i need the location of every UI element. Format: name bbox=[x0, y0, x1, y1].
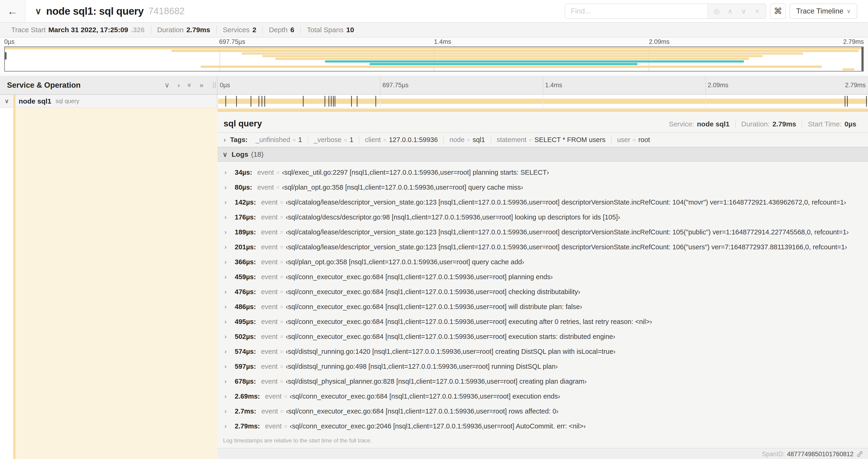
log-row[interactable]: › 597µs: event = ‹sql/distsql_running.go… bbox=[217, 359, 868, 374]
log-row[interactable]: › 502µs: event = ‹sql/conn_executor_exec… bbox=[217, 329, 868, 344]
log-timestamp: 476µs: bbox=[235, 288, 256, 296]
log-message: ‹sql/distsql_running.go:498 [nsql1,clien… bbox=[286, 363, 558, 370]
log-marker-tick bbox=[335, 96, 335, 107]
log-timestamp: 486µs: bbox=[235, 303, 256, 311]
meta-label: Duration: bbox=[741, 120, 770, 128]
minimap-viewport-handle-right[interactable] bbox=[862, 47, 863, 71]
log-message: ‹sql/plan_opt.go:358 [nsql1,client=127.0… bbox=[282, 184, 523, 191]
log-row[interactable]: › 2.7ms: event = ‹sql/conn_executor_exec… bbox=[217, 404, 868, 419]
find-input[interactable] bbox=[565, 4, 708, 19]
equals-sign: = bbox=[276, 169, 280, 176]
log-row[interactable]: › 189µs: event = ‹sql/catalog/lease/desc… bbox=[217, 225, 868, 239]
chevron-right-icon: › bbox=[224, 348, 235, 355]
collapse-all-button[interactable]: » bbox=[188, 81, 192, 89]
keyboard-shortcuts-button[interactable]: ⌘ bbox=[770, 3, 786, 19]
crosshair-icon: ◎ bbox=[714, 7, 720, 15]
tags-label: Tags: bbox=[230, 136, 248, 144]
log-message: ‹sql/catalog/lease/descriptor_version_st… bbox=[286, 198, 846, 206]
timeline-gridline bbox=[543, 95, 543, 107]
title-collapse-chevron-icon[interactable]: ∨ bbox=[35, 6, 41, 16]
find-clear-button[interactable]: × bbox=[750, 7, 764, 15]
log-row[interactable]: › 574µs: event = ‹sql/distsql_running.go… bbox=[217, 344, 868, 359]
log-field: event bbox=[261, 214, 278, 221]
log-row[interactable]: › 366µs: event = ‹sql/plan_opt.go:358 [n… bbox=[217, 255, 868, 269]
log-timestamp: 502µs: bbox=[235, 333, 256, 340]
chevron-right-icon: › bbox=[224, 258, 235, 266]
minimap-viewport-handle-left[interactable] bbox=[5, 52, 6, 60]
log-row[interactable]: › 201µs: event = ‹sql/catalog/lease/desc… bbox=[217, 239, 868, 255]
equals-sign: = bbox=[280, 408, 284, 415]
find-prev-button[interactable]: ∧ bbox=[723, 7, 737, 15]
find-target-button[interactable]: ◎ bbox=[710, 7, 723, 15]
equals-sign: = bbox=[280, 318, 283, 325]
log-marker-tick bbox=[866, 96, 867, 107]
span-collapse-chevron-icon[interactable]: ∨ bbox=[0, 97, 13, 105]
summary-label: Depth bbox=[269, 26, 287, 34]
collapse-controls: ∨ › » » bbox=[164, 81, 204, 89]
log-row[interactable]: › 486µs: event = ‹sql/conn_executor_exec… bbox=[217, 299, 868, 314]
logs-header[interactable]: ∨ Logs (18) bbox=[217, 147, 868, 162]
equals-sign: = bbox=[280, 333, 283, 340]
summary-label: Total Spans bbox=[307, 26, 343, 34]
log-row[interactable]: › 176µs: event = ‹sql/catalog/descs/desc… bbox=[217, 210, 868, 225]
log-message: ‹sql/conn_executor_exec.go:684 [nsql1,cl… bbox=[286, 303, 582, 311]
log-row[interactable]: › 678µs: event = ‹sql/distsql_physical_p… bbox=[217, 374, 868, 389]
chevron-right-icon: › bbox=[224, 422, 235, 430]
minimap-span-bar bbox=[325, 60, 744, 63]
span-row-name-cell[interactable]: ∨ node sql1 sql query bbox=[0, 95, 217, 108]
tag-value: 1 bbox=[349, 136, 353, 144]
expand-one-button[interactable]: › bbox=[178, 81, 180, 89]
log-field: event bbox=[261, 333, 278, 340]
log-message: ‹sql/catalog/descs/descriptor.go:98 [nsq… bbox=[286, 214, 620, 221]
log-timestamp: 80µs: bbox=[235, 184, 252, 191]
minimap-canvas[interactable] bbox=[4, 46, 864, 72]
deep-link-icon[interactable] bbox=[856, 450, 864, 458]
minimap-span-bar bbox=[843, 68, 855, 70]
log-row[interactable]: › 142µs: event = ‹sql/catalog/lease/desc… bbox=[217, 195, 868, 210]
summary-label: Services bbox=[223, 26, 250, 34]
tag-key: node bbox=[450, 136, 465, 144]
chevron-down-icon: ∨ bbox=[846, 8, 851, 14]
timeline-minimap: 0µs697.75µs1.4ms2.09ms2.79ms bbox=[0, 38, 868, 76]
detail-span-bar[interactable] bbox=[217, 109, 868, 112]
equals-sign: = bbox=[280, 229, 283, 236]
equals-sign: = bbox=[529, 137, 532, 143]
collapse-one-button[interactable]: ∨ bbox=[164, 81, 169, 89]
equals-sign: = bbox=[280, 214, 283, 221]
minimap-span-bar bbox=[242, 53, 803, 55]
log-message: ‹sql/catalog/lease/descriptor_version_st… bbox=[286, 243, 847, 251]
log-marker-tick bbox=[303, 96, 304, 107]
chevron-right-icon: › bbox=[224, 333, 235, 340]
log-row[interactable]: › 459µs: event = ‹sql/conn_executor_exec… bbox=[217, 269, 868, 284]
span-detail-panel: sql query Service:node sql1 Duration:2.7… bbox=[217, 113, 868, 449]
tag-key: _unfinished bbox=[255, 136, 290, 144]
equals-sign: = bbox=[280, 244, 283, 251]
trace-summary-bar: Trace StartMarch 31 2022, 17:25:09.326 D… bbox=[0, 23, 868, 38]
log-timestamp: 201µs: bbox=[235, 243, 256, 251]
expand-all-button[interactable]: » bbox=[199, 81, 204, 89]
chevron-right-icon: › bbox=[223, 136, 226, 144]
summary-value: 2.79ms bbox=[186, 26, 210, 34]
meta-value: 2.79ms bbox=[773, 120, 796, 128]
log-row[interactable]: › 476µs: event = ‹sql/conn_executor_exec… bbox=[217, 284, 868, 299]
view-selector-button[interactable]: Trace Timeline ∨ bbox=[789, 3, 857, 19]
log-message: ‹sql/conn_executor_exec.go:684 [nsql1,cl… bbox=[290, 393, 560, 400]
minimap-span-bar bbox=[5, 47, 863, 49]
logs-title: Logs bbox=[232, 151, 248, 158]
log-row[interactable]: › 495µs: event = ‹sql/conn_executor_exec… bbox=[217, 314, 868, 329]
span-row[interactable]: ∨ node sql1 sql query bbox=[0, 95, 868, 108]
log-field: event bbox=[265, 393, 282, 400]
back-button[interactable]: ← bbox=[0, 0, 26, 22]
tags-row[interactable]: › Tags: _unfinished=1 _verbose=1 client=… bbox=[217, 133, 868, 147]
log-row[interactable]: › 34µs: event = ‹sql/exec_util.go:2297 [… bbox=[217, 165, 868, 180]
log-row[interactable]: › 2.69ms: event = ‹sql/conn_executor_exe… bbox=[217, 389, 868, 404]
minimap-span-bar bbox=[262, 55, 763, 57]
log-message: ‹sql/conn_executor_exec.go:684 [nsql1,cl… bbox=[286, 333, 615, 340]
column-resizer[interactable] bbox=[213, 82, 216, 88]
detail-header[interactable]: sql query Service:node sql1 Duration:2.7… bbox=[217, 113, 868, 133]
find-next-button[interactable]: ∨ bbox=[737, 7, 750, 15]
log-row[interactable]: › 80µs: event = ‹sql/plan_opt.go:358 [ns… bbox=[217, 180, 868, 195]
log-row[interactable]: › 2.79ms: event = ‹sql/conn_executor_exe… bbox=[217, 419, 868, 434]
equals-sign: = bbox=[280, 199, 283, 206]
minimap-span-bar bbox=[172, 50, 859, 52]
